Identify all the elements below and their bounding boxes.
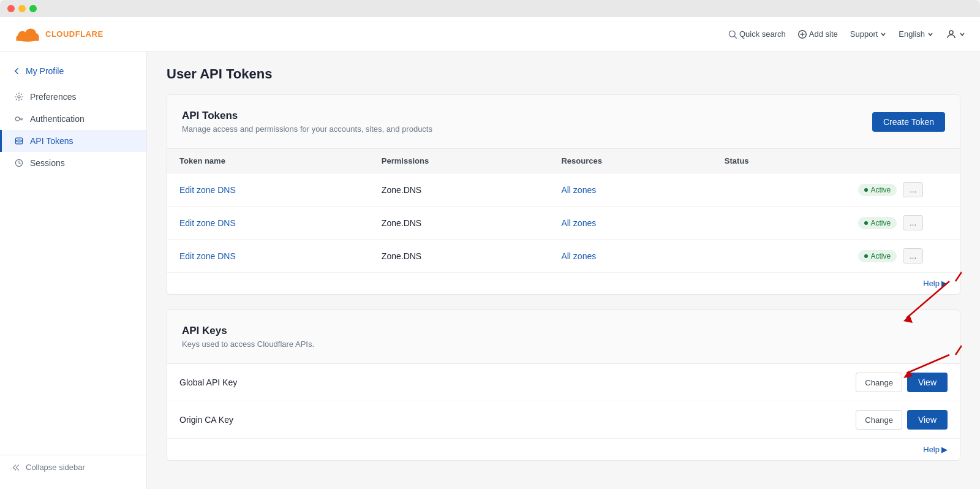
api-keys-help-row: Help ▶: [167, 438, 960, 460]
language-menu[interactable]: English: [899, 29, 933, 39]
status-cell: Active ...: [712, 207, 935, 240]
sidebar-collapse[interactable]: Collapse sidebar: [0, 455, 146, 479]
preferences-icon: [14, 92, 24, 102]
more-options-button[interactable]: ...: [903, 215, 923, 230]
layout: My Profile Preferences Authentication: [0, 51, 980, 489]
status-badge: Active: [858, 217, 897, 229]
view-button[interactable]: View: [907, 410, 948, 430]
sidebar-item-preferences[interactable]: Preferences: [0, 86, 146, 108]
col-resources: Resources: [549, 149, 712, 173]
resources-cell: All zones: [549, 240, 712, 273]
token-name-link[interactable]: Edit zone DNS: [179, 218, 236, 228]
change-button[interactable]: Change: [856, 410, 902, 430]
svg-point-10: [949, 31, 953, 34]
support-menu[interactable]: Support: [850, 29, 887, 39]
api-tokens-title: API Tokens: [182, 110, 432, 122]
permissions-cell: Zone.DNS: [369, 173, 549, 207]
api-keys-desc: Keys used to access Cloudflare APIs.: [182, 339, 314, 349]
resources-cell: All zones: [549, 173, 712, 207]
all-zones-link[interactable]: All zones: [561, 185, 596, 195]
api-tokens-card-info: API Tokens Manage access and permissions…: [182, 110, 432, 134]
col-permissions: Permissions: [369, 149, 549, 173]
change-button[interactable]: Change: [856, 373, 902, 392]
api-tokens-help-link[interactable]: Help ▶: [923, 279, 948, 288]
token-name-cell: Edit zone DNS: [167, 240, 369, 273]
sidebar-item-authentication[interactable]: Authentication: [0, 108, 146, 130]
svg-line-6: [734, 36, 737, 38]
window-chrome: [0, 0, 980, 17]
status-badge: Active: [858, 184, 897, 196]
quick-search[interactable]: Quick search: [728, 29, 786, 39]
dot-yellow[interactable]: [18, 5, 26, 12]
sidebar: My Profile Preferences Authentication: [0, 51, 147, 489]
api-keys-list: Global API Key Change View Origin CA Key…: [167, 364, 960, 438]
api-tokens-table-body: Edit zone DNS Zone.DNS All zones Active …: [167, 173, 960, 273]
cloudflare-logo-icon: [15, 26, 40, 43]
status-cell: Active ...: [712, 173, 935, 207]
more-options-button[interactable]: ...: [903, 182, 923, 197]
code-icon: [14, 136, 24, 146]
dot-green[interactable]: [29, 5, 37, 12]
user-menu[interactable]: [946, 29, 965, 40]
token-name-cell: Edit zone DNS: [167, 207, 369, 240]
sidebar-item-api-tokens[interactable]: API Tokens: [0, 130, 146, 152]
permissions-cell: Zone.DNS: [369, 240, 549, 273]
more-options-button[interactable]: ...: [903, 248, 923, 263]
api-keys-title: API Keys: [182, 325, 314, 337]
api-tokens-help-row: Help ▶: [167, 272, 960, 294]
status-cell: Active ...: [712, 240, 935, 273]
token-name-link[interactable]: Edit zone DNS: [179, 251, 236, 261]
sidebar-back[interactable]: My Profile: [0, 61, 146, 86]
api-keys-help-link[interactable]: Help ▶: [923, 445, 948, 454]
topnav: CLOUDFLARE Quick search Add site Support: [0, 17, 980, 51]
api-key-actions: Change View: [856, 373, 948, 392]
plus-circle-icon: [798, 30, 807, 39]
add-site[interactable]: Add site: [798, 29, 838, 39]
token-name-cell: Edit zone DNS: [167, 173, 369, 207]
dot-red[interactable]: [7, 5, 15, 12]
api-key-row: Origin CA Key Change View: [167, 401, 960, 438]
chevron-down-icon: [959, 31, 965, 37]
table-row: Edit zone DNS Zone.DNS All zones Active …: [167, 207, 960, 240]
all-zones-link[interactable]: All zones: [561, 218, 596, 228]
table-row: Edit zone DNS Zone.DNS All zones Active …: [167, 240, 960, 273]
svg-rect-4: [17, 37, 39, 40]
all-zones-link[interactable]: All zones: [561, 251, 596, 261]
token-name-link[interactable]: Edit zone DNS: [179, 185, 236, 195]
search-icon: [728, 30, 737, 39]
logo: CLOUDFLARE: [15, 26, 104, 43]
api-keys-card-info: API Keys Keys used to access Cloudflare …: [182, 325, 314, 349]
status-badge: Active: [858, 250, 897, 262]
key-icon: [14, 114, 24, 124]
api-key-name: Origin CA Key: [179, 415, 233, 425]
col-actions: [935, 149, 960, 173]
api-tokens-card: API Tokens Manage access and permissions…: [167, 94, 960, 295]
logo-text: CLOUDFLARE: [45, 29, 104, 39]
col-status: Status: [712, 149, 935, 173]
view-button[interactable]: View: [907, 373, 948, 392]
user-icon: [946, 29, 957, 40]
create-token-button[interactable]: Create Token: [872, 112, 945, 132]
api-tokens-desc: Manage access and permissions for your a…: [182, 124, 432, 134]
collapse-icon: [12, 463, 21, 472]
api-key-actions: Change View: [856, 410, 948, 430]
chevron-down-icon: [927, 31, 933, 37]
api-keys-card: API Keys Keys used to access Cloudflare …: [167, 309, 960, 461]
api-tokens-table-container: Token name Permissions Resources Status …: [167, 149, 960, 272]
api-tokens-card-header: API Tokens Manage access and permissions…: [167, 95, 960, 149]
main-content: User API Tokens API Tokens Manage access…: [147, 51, 980, 489]
table-row: Edit zone DNS Zone.DNS All zones Active …: [167, 173, 960, 207]
sidebar-nav: Preferences Authentication AP: [0, 86, 146, 455]
topnav-right: Quick search Add site Support English: [728, 29, 965, 40]
back-arrow-icon: [12, 67, 21, 75]
page-title: User API Tokens: [167, 66, 960, 82]
sidebar-item-sessions[interactable]: Sessions: [0, 152, 146, 174]
resources-cell: All zones: [549, 207, 712, 240]
svg-point-11: [18, 96, 20, 98]
api-tokens-table: Token name Permissions Resources Status …: [167, 149, 960, 272]
chevron-down-icon: [880, 31, 886, 37]
api-key-name: Global API Key: [179, 377, 237, 387]
clock-icon: [14, 158, 24, 168]
api-tokens-table-head: Token name Permissions Resources Status: [167, 149, 960, 173]
col-token-name: Token name: [167, 149, 369, 173]
